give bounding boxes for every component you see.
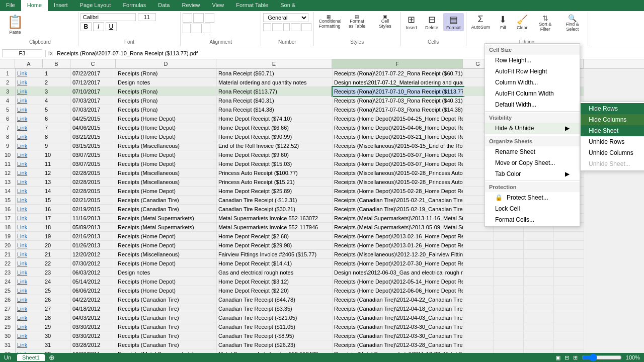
bold-button[interactable]: B [80, 22, 92, 31]
row-num-12[interactable]: 12 [0, 168, 15, 177]
tab-page-layout[interactable]: Page Layout [74, 0, 117, 11]
add-sheet-button[interactable]: ⊕ [49, 353, 55, 358]
cell-a4[interactable]: Link [16, 96, 43, 105]
col-header-b[interactable]: B [43, 59, 70, 68]
cell-a8[interactable]: Link [16, 132, 43, 141]
row-num-21[interactable]: 21 [0, 250, 15, 259]
cell-a15[interactable]: Link [16, 196, 43, 205]
col-header-e[interactable]: E [216, 59, 332, 68]
function-icon[interactable]: fx [48, 50, 53, 57]
copy-button[interactable]: ⎘ Copy [28, 21, 76, 28]
row-num-13[interactable]: 13 [0, 177, 15, 187]
tab-home[interactable]: Home [21, 0, 48, 11]
row-num-25[interactable]: 25 [0, 286, 15, 295]
cell-a11[interactable]: Link [16, 159, 43, 168]
default-width-item[interactable]: Default Width... [485, 99, 580, 110]
comma-icon[interactable]: , [283, 23, 290, 31]
format-painter-button[interactable]: 🖌 Format Painter [28, 29, 76, 36]
row-num-27[interactable]: 27 [0, 304, 15, 313]
sort-filter-button[interactable]: ⇅ Sort & Filter [532, 13, 558, 33]
autosum-button[interactable]: Σ AutoSum [468, 13, 493, 31]
autofit-column-width-item[interactable]: AutoFit Column Width [485, 88, 580, 99]
hide-columns-item[interactable]: Hide Columns [581, 114, 644, 125]
row-num-4[interactable]: 4 [0, 96, 15, 105]
move-copy-sheet-item[interactable]: Move or Copy Sheet... [485, 157, 580, 168]
cell-a19[interactable]: Link [16, 232, 43, 241]
cell-a25[interactable]: Link [16, 286, 43, 295]
cell-a6[interactable]: Link [16, 114, 43, 123]
tab-insert[interactable]: Insert [48, 0, 74, 11]
cell-a31[interactable]: Link [16, 340, 43, 349]
align-bottom-icon[interactable]: ⬇ [205, 13, 214, 23]
col-header-f[interactable]: F [332, 59, 463, 68]
italic-button[interactable]: I [93, 22, 104, 31]
row-num-24[interactable]: 24 [0, 277, 15, 286]
cell-a17[interactable]: Link [16, 214, 43, 223]
col-header-a[interactable]: A [15, 59, 43, 68]
paste-button[interactable]: 📋 Paste [4, 13, 26, 36]
cell-a20[interactable]: Link [16, 241, 43, 250]
conditional-formatting-button[interactable]: ▦ Conditional Formatting [316, 13, 342, 30]
align-top-icon[interactable]: ⬆ [183, 13, 192, 23]
col-header-d[interactable]: D [116, 59, 216, 68]
font-name-input[interactable] [80, 13, 136, 21]
row-num-5[interactable]: 5 [0, 105, 15, 114]
protect-sheet-item[interactable]: 🔒 Protect Sheet... [485, 192, 580, 203]
align-middle-icon[interactable]: ↔ [193, 13, 204, 23]
cell-a12[interactable]: Link [16, 168, 43, 177]
decrease-font-icon[interactable]: A▼ [169, 14, 178, 20]
fill-button[interactable]: ⬇ Fill [494, 13, 512, 31]
tab-son[interactable]: Son & [274, 0, 301, 11]
row-num-28[interactable]: 28 [0, 313, 15, 322]
find-select-button[interactable]: 🔍 Find & Select [559, 13, 586, 33]
tab-formulas[interactable]: Formulas [117, 0, 152, 11]
lock-cell-item[interactable]: Lock Cell [485, 203, 580, 214]
underline-button[interactable]: U [106, 22, 117, 31]
cut-button[interactable]: ✂ Cut [28, 13, 76, 21]
row-num-15[interactable]: 15 [0, 196, 15, 205]
view-normal-icon[interactable]: ▣ [555, 354, 560, 359]
clear-button[interactable]: 🧹 Clear [513, 13, 531, 31]
row-num-1[interactable]: 1 [0, 69, 15, 78]
increase-decimal-icon[interactable]: .0 [291, 23, 300, 31]
currency-icon[interactable]: $ [263, 23, 271, 31]
autofit-row-height-item[interactable]: AutoFit Row Height [485, 66, 580, 77]
fill-color-icon[interactable]: 🅐 [126, 23, 133, 31]
format-button[interactable]: ▤ Format [443, 13, 464, 31]
wrap-text-button[interactable]: ⇌ Wrap Text [215, 14, 248, 22]
cell-a9[interactable]: Link [16, 141, 43, 150]
number-format-select[interactable]: General Number Currency Date [263, 13, 308, 22]
rename-sheet-item[interactable]: Rename Sheet [485, 146, 580, 157]
tab-data[interactable]: Data [152, 0, 176, 11]
cell-a1[interactable]: Link [16, 69, 43, 78]
row-height-item[interactable]: Row Height... [485, 55, 580, 66]
cell-a27[interactable]: Link [16, 304, 43, 313]
row-num-9[interactable]: 9 [0, 141, 15, 150]
cell-a18[interactable]: Link [16, 223, 43, 232]
row-num-8[interactable]: 8 [0, 132, 15, 141]
insert-button[interactable]: ⊞ Insert [403, 13, 421, 31]
cell-a10[interactable]: Link [16, 150, 43, 159]
hide-sheet-item[interactable]: Hide Sheet [581, 125, 644, 136]
format-as-table-button[interactable]: ▤ Format as Table [344, 13, 370, 30]
hide-unhide-item[interactable]: Hide & Unhide ▶ [485, 123, 580, 134]
cell-a22[interactable]: Link [16, 259, 43, 268]
border-icon[interactable]: ▦ [118, 23, 125, 31]
decrease-decimal-icon[interactable]: 0. [301, 23, 311, 31]
row-num-29[interactable]: 29 [0, 322, 15, 331]
row-num-6[interactable]: 6 [0, 114, 15, 123]
tab-review[interactable]: Review [176, 0, 206, 11]
row-num-20[interactable]: 20 [0, 241, 15, 250]
font-size-input[interactable] [138, 13, 156, 21]
view-layout-icon[interactable]: ⊟ [565, 354, 569, 359]
col-header-c[interactable]: C [70, 59, 116, 68]
row-num-3[interactable]: 3 [0, 87, 15, 96]
align-left-icon[interactable]: ≡ [183, 24, 191, 33]
tab-format-table[interactable]: Format Table [230, 0, 274, 11]
row-num-14[interactable]: 14 [0, 187, 15, 196]
font-color-icon[interactable]: A [135, 23, 139, 31]
view-page-break-icon[interactable]: ⊞ [573, 354, 578, 359]
cell-a29[interactable]: Link [16, 322, 43, 331]
delete-button[interactable]: ⊟ Delete [422, 13, 441, 31]
sheet-tab-sheet1[interactable]: Sheet1 [17, 354, 45, 358]
